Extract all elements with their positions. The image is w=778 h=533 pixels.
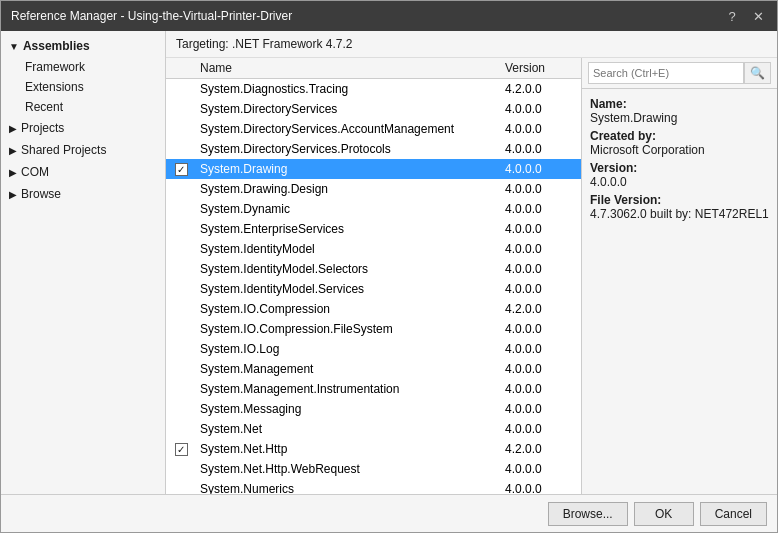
check-cell: ✓ — [166, 163, 196, 176]
assembly-name: System.Numerics — [196, 482, 501, 494]
assembly-version: 4.0.0.0 — [501, 222, 581, 236]
assembly-version: 4.0.0.0 — [501, 242, 581, 256]
assembly-name: System.DirectoryServices.AccountManageme… — [196, 122, 501, 136]
table-row[interactable]: System.EnterpriseServices4.0.0.0 — [166, 219, 581, 239]
assembly-name: System.Net.Http.WebRequest — [196, 462, 501, 476]
assembly-version: 4.2.0.0 — [501, 442, 581, 456]
assembly-version: 4.0.0.0 — [501, 322, 581, 336]
assembly-name: System.IO.Compression.FileSystem — [196, 322, 501, 336]
assembly-name: System.IdentityModel.Selectors — [196, 262, 501, 276]
assembly-version: 4.0.0.0 — [501, 422, 581, 436]
assembly-version: 4.0.0.0 — [501, 402, 581, 416]
table-row[interactable]: System.IO.Log4.0.0.0 — [166, 339, 581, 359]
created-label: Created by: — [590, 129, 769, 143]
assemblies-header[interactable]: ▼ Assemblies — [1, 35, 165, 57]
targeting-text: Targeting: .NET Framework 4.7.2 — [176, 37, 353, 51]
assembly-name: System.Drawing.Design — [196, 182, 501, 196]
version-label: Version: — [590, 161, 769, 175]
help-button[interactable]: ? — [723, 7, 741, 25]
cancel-button[interactable]: Cancel — [700, 502, 767, 526]
created-value: Microsoft Corporation — [590, 143, 769, 157]
table-row[interactable]: System.Management4.0.0.0 — [166, 359, 581, 379]
assembly-name: System.Dynamic — [196, 202, 501, 216]
table-row[interactable]: System.Net4.0.0.0 — [166, 419, 581, 439]
file-version-label: File Version: — [590, 193, 769, 207]
table-row[interactable]: System.DirectoryServices.AccountManageme… — [166, 119, 581, 139]
close-button[interactable]: ✕ — [749, 7, 767, 25]
search-bar: 🔍 — [582, 58, 777, 89]
assemblies-arrow: ▼ — [9, 41, 19, 52]
table-row[interactable]: System.DirectoryServices.Protocols4.0.0.… — [166, 139, 581, 159]
sidebar-item-shared-projects[interactable]: ▶ Shared Projects — [1, 139, 165, 161]
assembly-list-scroll[interactable]: System.Diagnostics.Tracing4.2.0.0System.… — [166, 79, 581, 494]
assembly-version: 4.2.0.0 — [501, 302, 581, 316]
sidebar-item-browse[interactable]: ▶ Browse — [1, 183, 165, 205]
browse-button[interactable]: Browse... — [548, 502, 628, 526]
assembly-version: 4.0.0.0 — [501, 282, 581, 296]
sidebar-item-recent[interactable]: Recent — [1, 97, 165, 117]
header-name-col: Name — [196, 61, 501, 75]
sidebar-item-com[interactable]: ▶ COM — [1, 161, 165, 183]
table-row[interactable]: System.IO.Compression4.2.0.0 — [166, 299, 581, 319]
table-row[interactable]: System.Numerics4.0.0.0 — [166, 479, 581, 494]
assembly-name: System.IO.Compression — [196, 302, 501, 316]
check-cell: ✓ — [166, 443, 196, 456]
assembly-name: System.Diagnostics.Tracing — [196, 82, 501, 96]
table-row[interactable]: System.IdentityModel.Services4.0.0.0 — [166, 279, 581, 299]
table-row[interactable]: System.Dynamic4.0.0.0 — [166, 199, 581, 219]
main-panel: Targeting: .NET Framework 4.7.2 Name Ver… — [166, 31, 777, 494]
sidebar: ▼ Assemblies Framework Extensions Recent… — [1, 31, 166, 494]
table-row[interactable]: System.IO.Compression.FileSystem4.0.0.0 — [166, 319, 581, 339]
assembly-version: 4.0.0.0 — [501, 362, 581, 376]
assembly-name: System.Drawing — [196, 162, 501, 176]
assembly-name: System.Messaging — [196, 402, 501, 416]
table-row[interactable]: ✓System.Drawing4.0.0.0 — [166, 159, 581, 179]
assembly-name: System.DirectoryServices — [196, 102, 501, 116]
assembly-name: System.Net.Http — [196, 442, 501, 456]
checkbox-checked[interactable]: ✓ — [175, 163, 188, 176]
name-label: Name: — [590, 97, 769, 111]
content-area: ▼ Assemblies Framework Extensions Recent… — [1, 31, 777, 494]
assembly-name: System.IdentityModel.Services — [196, 282, 501, 296]
assembly-name: System.EnterpriseServices — [196, 222, 501, 236]
sidebar-item-framework[interactable]: Framework — [1, 57, 165, 77]
shared-projects-arrow: ▶ — [9, 145, 17, 156]
sidebar-item-projects[interactable]: ▶ Projects — [1, 117, 165, 139]
table-row[interactable]: System.IdentityModel4.0.0.0 — [166, 239, 581, 259]
ok-button[interactable]: OK — [634, 502, 694, 526]
header-version-col: Version — [501, 61, 581, 75]
table-row[interactable]: System.DirectoryServices4.0.0.0 — [166, 99, 581, 119]
title-bar: Reference Manager - Using-the-Virtual-Pr… — [1, 1, 777, 31]
name-value: System.Drawing — [590, 111, 769, 125]
assembly-list-panel: Name Version System.Diagnostics.Tracing4… — [166, 58, 582, 494]
search-input[interactable] — [588, 62, 744, 84]
assembly-version: 4.0.0.0 — [501, 122, 581, 136]
table-row[interactable]: System.Drawing.Design4.0.0.0 — [166, 179, 581, 199]
header-check-col — [166, 61, 196, 75]
table-row[interactable]: ✓System.Net.Http4.2.0.0 — [166, 439, 581, 459]
reference-manager-window: Reference Manager - Using-the-Virtual-Pr… — [0, 0, 778, 533]
targeting-bar: Targeting: .NET Framework 4.7.2 — [166, 31, 777, 58]
assembly-version: 4.0.0.0 — [501, 262, 581, 276]
assembly-version: 4.0.0.0 — [501, 462, 581, 476]
com-arrow: ▶ — [9, 167, 17, 178]
checkbox-checked[interactable]: ✓ — [175, 443, 188, 456]
assembly-version: 4.0.0.0 — [501, 162, 581, 176]
assembly-name: System.DirectoryServices.Protocols — [196, 142, 501, 156]
search-button[interactable]: 🔍 — [744, 62, 771, 84]
info-panel: 🔍 Name: System.Drawing Created by: Micro… — [582, 58, 777, 494]
table-row[interactable]: System.Diagnostics.Tracing4.2.0.0 — [166, 79, 581, 99]
assembly-name: System.Management — [196, 362, 501, 376]
browse-arrow: ▶ — [9, 189, 17, 200]
table-row[interactable]: System.Net.Http.WebRequest4.0.0.0 — [166, 459, 581, 479]
table-row[interactable]: System.Management.Instrumentation4.0.0.0 — [166, 379, 581, 399]
assembly-name: System.Management.Instrumentation — [196, 382, 501, 396]
table-row[interactable]: System.IdentityModel.Selectors4.0.0.0 — [166, 259, 581, 279]
assembly-version: 4.0.0.0 — [501, 202, 581, 216]
table-row[interactable]: System.Messaging4.0.0.0 — [166, 399, 581, 419]
info-content: Name: System.Drawing Created by: Microso… — [582, 89, 777, 494]
title-controls: ? ✕ — [723, 7, 767, 25]
footer: Browse... OK Cancel — [1, 494, 777, 532]
assembly-name: System.Net — [196, 422, 501, 436]
sidebar-item-extensions[interactable]: Extensions — [1, 77, 165, 97]
